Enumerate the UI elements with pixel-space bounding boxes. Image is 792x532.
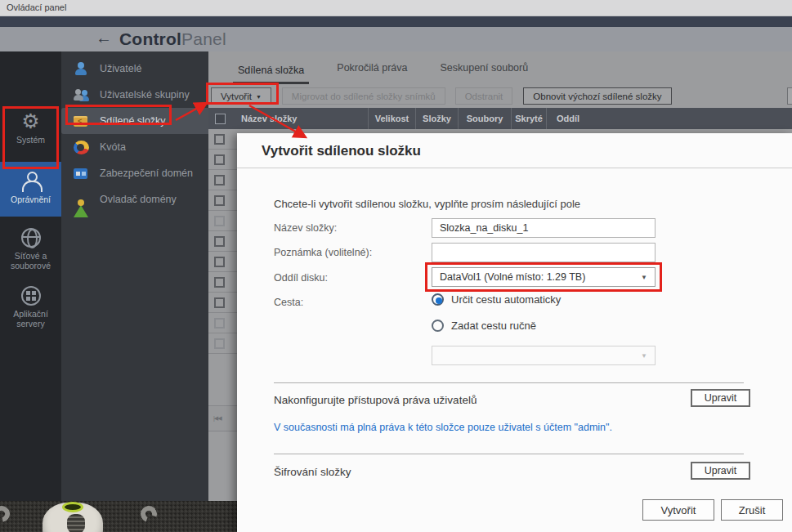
qnap-robot-mascot: [0, 501, 180, 532]
domain-controller-icon: [74, 194, 88, 217]
table-row: [208, 272, 237, 293]
note-label: Poznámka (volitelné):: [274, 247, 372, 258]
radio-auto-path[interactable]: Určit cestu automaticky: [432, 293, 561, 306]
note-input[interactable]: [432, 243, 656, 262]
table-rows: [208, 129, 237, 501]
sidebar-item-quota[interactable]: Kvóta: [61, 134, 208, 160]
sidebar-item-user-groups[interactable]: Uživatelské skupiny: [61, 82, 208, 108]
table-row: [208, 190, 237, 211]
row-checkbox[interactable]: [214, 134, 225, 145]
table-row: [208, 150, 237, 170]
shared-folder-icon: [74, 114, 89, 128]
volume-select[interactable]: DataVol1 (Volné místo: 1.29 TB) ▼: [432, 267, 656, 287]
folder-name-input[interactable]: [432, 218, 656, 238]
sidebar-item-users[interactable]: Uživatelé: [61, 56, 208, 82]
toolbar: Vytvořit▼ Migrovat do sdílené složky sní…: [208, 84, 792, 108]
table-row: [208, 293, 237, 313]
divider: [274, 382, 744, 383]
chevron-down-icon: ▼: [641, 352, 647, 360]
table-header: Název složky Velikost Složky Soubory Skr…: [208, 108, 792, 129]
app-title: ControlPanel: [119, 29, 226, 49]
select-all-checkbox[interactable]: [215, 114, 226, 124]
sidebar-item-system[interactable]: ⚙ Systém: [0, 107, 61, 146]
radio-unselected-icon: [432, 320, 444, 332]
user-icon: [20, 172, 42, 191]
domain-security-icon: [74, 167, 89, 181]
radio-manual-path[interactable]: Zadat cestu ručně: [432, 320, 536, 332]
sidebar-item-shared-folders[interactable]: Sdílené složky: [61, 108, 208, 134]
create-shared-folder-dialog: Vytvořit sdílenou složku Chcete-li vytvo…: [237, 133, 792, 532]
row-checkbox[interactable]: [214, 297, 225, 308]
chevron-down-icon: ▼: [256, 94, 262, 100]
gear-icon: ⚙: [0, 110, 61, 132]
row-checkbox: [214, 318, 225, 329]
table-row: [208, 313, 237, 333]
row-checkbox[interactable]: [214, 154, 225, 165]
table-row: [208, 333, 237, 354]
section-sidebar: Uživatelé Uživatelské skupiny Sdílené sl…: [61, 51, 208, 501]
search-input-fragment[interactable]: [787, 87, 792, 105]
folder-name-label: Název složky:: [274, 222, 337, 234]
row-checkbox[interactable]: [214, 277, 225, 288]
volume-label: Oddíl disku:: [274, 272, 328, 284]
divider: [274, 454, 744, 454]
sidebar-item-domain-security[interactable]: Zabezpečení domén: [61, 160, 208, 186]
volume-select-value: DataVol1 (Volné místo: 1.29 TB): [440, 271, 585, 283]
restore-defaults-button[interactable]: Obnovit výchozí sdílené složky: [523, 87, 671, 105]
row-checkbox[interactable]: [214, 257, 225, 267]
row-checkbox[interactable]: [214, 236, 225, 247]
column-size[interactable]: Velikost: [368, 108, 415, 129]
row-checkbox: [214, 338, 225, 349]
robot-grille-icon: [67, 514, 85, 532]
back-arrow-icon[interactable]: ←: [96, 29, 112, 47]
window-titlebar: Ovládací panel: [0, 0, 792, 16]
column-files[interactable]: Soubory: [458, 108, 511, 129]
robot-claw-right-icon: [138, 503, 160, 525]
column-hidden[interactable]: Skryté: [511, 108, 546, 129]
sidebar-item-permissions[interactable]: Oprávnění: [0, 162, 61, 217]
sidebar-item-network-file[interactable]: Síťové asouborové: [0, 225, 61, 272]
column-volume[interactable]: Oddíl: [546, 108, 792, 129]
dialog-title: Vytvořit sdílenou složku: [262, 143, 421, 159]
tab-advanced-permissions[interactable]: Pokročilá práva: [332, 62, 412, 84]
column-folders[interactable]: Složky: [415, 108, 458, 129]
migrate-button[interactable]: Migrovat do sdílené složky snímků: [282, 87, 445, 105]
tab-shared-folder[interactable]: Sdílená složka: [233, 65, 309, 84]
robot-claw-left-icon: [0, 503, 13, 525]
taskbar-strip: [0, 16, 792, 27]
column-folder-name[interactable]: Název složky: [232, 108, 368, 129]
sidebar-item-domain-controller[interactable]: Ovladač domény: [61, 186, 208, 212]
pager-bar: |◀◀: [208, 405, 237, 431]
row-checkbox: [214, 216, 225, 226]
app-header: ← ControlPanel: [0, 27, 792, 51]
radio-selected-icon: [432, 293, 444, 306]
dialog-create-button[interactable]: Vytvořit: [642, 499, 714, 521]
table-row: [208, 211, 237, 231]
globe-icon: [21, 228, 41, 248]
row-checkbox[interactable]: [214, 175, 225, 186]
manual-path-select: ▼: [432, 346, 656, 365]
app-servers-icon: [21, 286, 41, 306]
table-row: [208, 252, 237, 272]
quota-donut-icon: [74, 141, 89, 154]
category-sidebar: ⚙ Systém Oprávnění Síťové asouborové Apl…: [0, 51, 61, 501]
window-title: Ovládací panel: [7, 2, 66, 12]
user-icon: [74, 62, 89, 76]
table-row: [208, 231, 237, 252]
path-label: Cesta:: [274, 297, 303, 308]
sidebar-item-app-servers[interactable]: Aplikačníservery: [0, 283, 61, 332]
row-checkbox[interactable]: [214, 195, 225, 206]
edit-encryption-button[interactable]: Upravit: [691, 462, 750, 480]
dialog-cancel-button[interactable]: Zrušit: [721, 499, 783, 521]
robot-eye-icon: [62, 502, 83, 512]
user-group-icon: [74, 88, 89, 102]
edit-access-rights-button[interactable]: Upravit: [691, 389, 750, 407]
chevron-down-icon: ▼: [641, 274, 647, 281]
create-button[interactable]: Vytvořit▼: [211, 87, 271, 105]
table-row: [208, 170, 237, 190]
tab-folder-aggregation[interactable]: Seskupení souborů: [435, 62, 533, 84]
delete-button[interactable]: Odstranit: [455, 87, 513, 105]
first-page-icon[interactable]: |◀◀: [213, 415, 221, 422]
divider: [237, 168, 792, 168]
access-rights-heading: Nakonfigurujte přístupová práva uživatel…: [274, 394, 477, 406]
